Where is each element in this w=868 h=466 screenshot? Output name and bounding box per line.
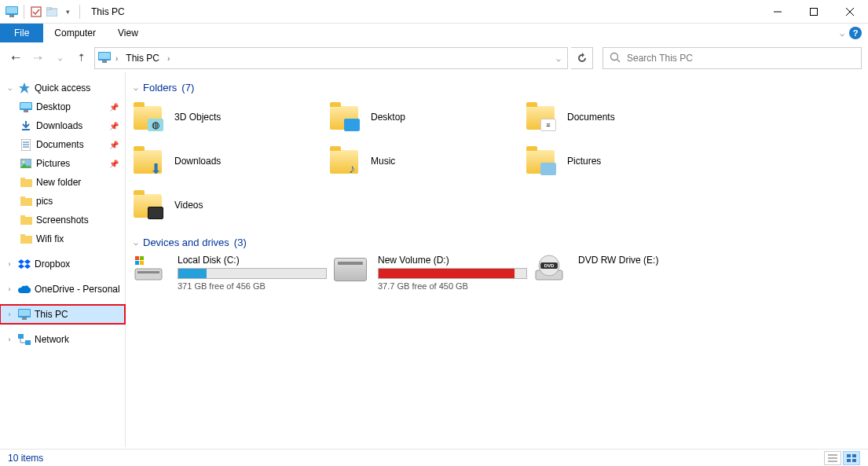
search-box[interactable] bbox=[602, 47, 862, 69]
window-title: This PC bbox=[91, 6, 125, 17]
folder-documents[interactable]: ≡ Documents bbox=[526, 100, 723, 134]
sidebar-dropbox[interactable]: › Dropbox bbox=[0, 255, 125, 273]
network-icon bbox=[17, 332, 31, 347]
pin-icon: 📌 bbox=[109, 122, 119, 130]
qat-newfolder-icon[interactable] bbox=[45, 5, 59, 19]
chevron-down-icon[interactable]: ⌵ bbox=[5, 84, 14, 92]
qat-properties-icon[interactable] bbox=[29, 5, 43, 19]
title-bar: ▾ This PC bbox=[0, 0, 868, 24]
chevron-right-icon[interactable]: › bbox=[5, 336, 14, 343]
app-icon bbox=[5, 5, 19, 19]
capacity-bar bbox=[378, 268, 527, 279]
minimize-button[interactable] bbox=[760, 0, 796, 24]
group-drives-header[interactable]: ⌵ Devices and drives (3) bbox=[134, 233, 868, 255]
tiles-view-button[interactable] bbox=[843, 451, 860, 465]
chevron-right-icon[interactable]: › bbox=[5, 285, 14, 293]
svg-rect-38 bbox=[25, 340, 31, 345]
drive-dvd-e[interactable]: DVD DVD RW Drive (E:) bbox=[534, 255, 734, 291]
drive-local-c[interactable]: Local Disk (C:) 371 GB free of 456 GB bbox=[134, 255, 334, 291]
folder-videos[interactable]: Videos bbox=[134, 188, 330, 222]
address-bar[interactable]: › This PC › ⌵ bbox=[94, 47, 568, 69]
sidebar-item-wififix[interactable]: Wifi fix bbox=[0, 229, 125, 248]
folder-3d-objects[interactable]: ◍ 3D Objects bbox=[134, 100, 330, 134]
folder-icon bbox=[19, 213, 33, 227]
folder-icon bbox=[19, 194, 33, 208]
menu-view[interactable]: View bbox=[107, 24, 149, 42]
capacity-bar bbox=[178, 268, 327, 279]
svg-rect-2 bbox=[9, 15, 14, 17]
svg-point-25 bbox=[23, 161, 25, 163]
sidebar-item-pics[interactable]: pics bbox=[0, 192, 125, 211]
breadcrumb-this-pc[interactable]: This PC bbox=[123, 53, 163, 64]
maximize-button[interactable] bbox=[796, 0, 832, 24]
folder-desktop[interactable]: Desktop bbox=[330, 100, 526, 134]
chevron-right-icon[interactable]: › bbox=[167, 54, 170, 63]
svg-rect-28 bbox=[20, 198, 32, 206]
sidebar-item-downloads[interactable]: Downloads 📌 bbox=[0, 116, 125, 135]
svg-rect-46 bbox=[135, 261, 139, 265]
folder-downloads[interactable]: ⬇ Downloads bbox=[134, 144, 330, 178]
navigation-bar: 🠐 🠒 ⌵ 🠑 › This PC › ⌵ bbox=[0, 44, 868, 72]
back-button[interactable]: 🠐 bbox=[6, 49, 25, 68]
group-folders-header[interactable]: ⌵ Folders (7) bbox=[134, 79, 868, 100]
chevron-right-icon[interactable]: › bbox=[5, 260, 14, 268]
folder-label: 3D Objects bbox=[174, 112, 221, 123]
svg-rect-57 bbox=[852, 454, 856, 457]
address-dropdown-icon[interactable]: ⌵ bbox=[556, 54, 564, 63]
search-icon bbox=[610, 52, 621, 65]
sidebar-this-pc[interactable]: › This PC bbox=[0, 305, 125, 324]
group-title: Folders bbox=[143, 82, 177, 94]
hdd-icon bbox=[134, 255, 168, 283]
svg-rect-37 bbox=[18, 334, 24, 339]
svg-rect-1 bbox=[6, 7, 17, 13]
menu-computer[interactable]: Computer bbox=[43, 24, 107, 42]
sidebar-label: Quick access bbox=[35, 83, 90, 94]
svg-rect-45 bbox=[140, 256, 144, 260]
sidebar-item-screenshots[interactable]: Screenshots bbox=[0, 211, 125, 229]
sidebar-item-newfolder[interactable]: New folder bbox=[0, 173, 125, 192]
chevron-down-icon[interactable]: ⌵ bbox=[134, 83, 138, 92]
chevron-down-icon[interactable]: ⌵ bbox=[134, 238, 138, 247]
svg-rect-11 bbox=[99, 53, 110, 59]
sidebar-onedrive[interactable]: › OneDrive - Personal bbox=[0, 280, 125, 299]
svg-point-13 bbox=[611, 53, 618, 60]
sidebar-item-label: Screenshots bbox=[36, 215, 89, 226]
help-icon[interactable]: ? bbox=[849, 27, 862, 39]
ribbon-expand-icon[interactable]: ⌵ bbox=[840, 29, 844, 38]
svg-rect-26 bbox=[20, 179, 32, 187]
qat-dropdown-icon[interactable]: ▾ bbox=[60, 5, 75, 19]
drive-label: Local Disk (C:) bbox=[178, 255, 334, 266]
pin-icon: 📌 bbox=[109, 141, 119, 149]
address-pc-icon bbox=[98, 52, 111, 65]
folder-pictures[interactable]: Pictures bbox=[526, 144, 723, 178]
pin-icon: 📌 bbox=[109, 103, 119, 112]
svg-rect-19 bbox=[22, 129, 30, 130]
sidebar-item-label: Wifi fix bbox=[36, 233, 64, 244]
close-button[interactable] bbox=[832, 0, 868, 24]
search-input[interactable] bbox=[627, 53, 855, 64]
group-count: (7) bbox=[181, 82, 194, 94]
recent-dropdown[interactable]: ⌵ bbox=[50, 49, 69, 68]
drive-new-volume-d[interactable]: New Volume (D:) 37.7 GB free of 450 GB bbox=[334, 255, 534, 291]
sidebar-quick-access[interactable]: ⌵ Quick access bbox=[0, 79, 125, 97]
chevron-right-icon[interactable]: › bbox=[5, 310, 14, 318]
sidebar-network[interactable]: › Network bbox=[0, 330, 125, 349]
pictures-icon bbox=[19, 156, 33, 171]
details-view-button[interactable] bbox=[824, 451, 841, 465]
up-button[interactable]: 🠑 bbox=[72, 49, 91, 68]
refresh-button[interactable] bbox=[571, 47, 593, 69]
forward-button[interactable]: 🠒 bbox=[28, 49, 47, 68]
content-pane: ⌵ Folders (7) ◍ 3D Objects Desktop ≡ Doc… bbox=[126, 72, 868, 447]
sidebar-item-pictures[interactable]: Pictures 📌 bbox=[0, 154, 125, 173]
sidebar-item-label: Pictures bbox=[36, 158, 70, 169]
folder-label: Desktop bbox=[371, 112, 405, 123]
sidebar-item-documents[interactable]: Documents 📌 bbox=[0, 135, 125, 154]
chevron-right-icon[interactable]: › bbox=[115, 54, 118, 63]
sidebar-item-desktop[interactable]: Desktop 📌 bbox=[0, 97, 125, 116]
sidebar-item-label: Desktop bbox=[36, 101, 71, 112]
documents-icon bbox=[19, 138, 33, 152]
folder-music[interactable]: ♪ Music bbox=[330, 144, 526, 178]
folder-label: Documents bbox=[567, 112, 615, 123]
svg-rect-56 bbox=[847, 454, 851, 457]
menu-file[interactable]: File bbox=[0, 24, 43, 42]
